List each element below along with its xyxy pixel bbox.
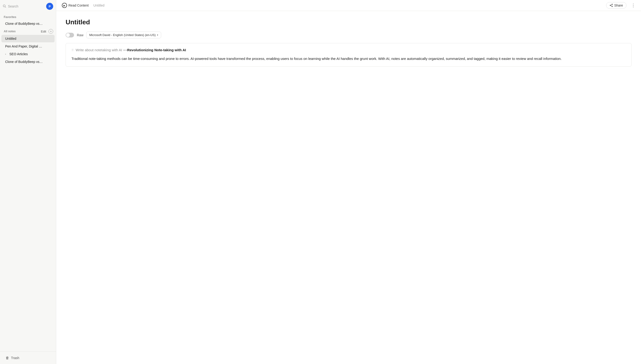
svg-line-6	[610, 6, 612, 6]
share-label: Share	[614, 4, 623, 7]
voice-selector[interactable]: Microsoft David - English (United States…	[86, 32, 161, 38]
note-title-pen-paper: Pen And Paper, Digital Note Or AI Note T…	[5, 44, 43, 48]
prompt-text: Write about notetaking with AI ++	[76, 48, 127, 52]
trash-icon: 🗑	[6, 356, 9, 360]
folder-title-seo: SEO Articles	[9, 52, 43, 56]
favorites-note-title: Clone of BuddyBeep vs. Sider.ai: A Compa…	[5, 22, 43, 26]
voice-label: Microsoft David - English (United States…	[89, 33, 156, 37]
drag-handle-icon[interactable]: ⠿	[71, 48, 74, 52]
all-notes-actions: Edit +	[40, 29, 53, 34]
more-options-button[interactable]: ⋮	[629, 2, 637, 9]
note-body[interactable]: Traditional note-taking methods can be t…	[71, 56, 626, 62]
read-content-button[interactable]: ▶ Read Content	[60, 2, 90, 9]
editor-block: ⠿ Write about notetaking with AI ++Revol…	[66, 43, 632, 67]
folder-item-seo[interactable]: › SEO Articles + ···	[2, 50, 55, 58]
sidebar-top: Search P	[0, 0, 56, 12]
add-subpage-icon[interactable]: +	[44, 36, 48, 41]
note-more-icon-2[interactable]: ···	[49, 44, 52, 48]
avatar[interactable]: P	[46, 3, 53, 10]
note-title-untitled: Untitled	[5, 37, 43, 40]
main-panel: ▶ Read Content Untitled Share ⋮ Untitled…	[56, 0, 641, 364]
add-subpage-icon-3[interactable]: +	[44, 60, 48, 64]
trash-item[interactable]: 🗑 Trash	[4, 354, 52, 361]
sidebar-footer: 🗑 Trash	[0, 351, 56, 364]
prompt-line: ⠿ Write about notetaking with AI ++Revol…	[71, 48, 626, 52]
raw-toggle[interactable]	[66, 33, 74, 38]
note-item-buddybeep-clone[interactable]: Clone of BuddyBeep vs. Sider.ai: A Compa…	[2, 58, 55, 66]
main-toolbar: ▶ Read Content Untitled Share ⋮	[56, 0, 641, 11]
read-content-label: Read Content	[68, 4, 89, 7]
folder-chevron-icon: ›	[5, 53, 8, 56]
all-notes-label: All notes	[4, 30, 16, 33]
play-icon: ▶	[62, 3, 67, 8]
raw-label: Raw	[77, 33, 83, 37]
search-bar[interactable]: Search	[3, 4, 46, 8]
note-heading: Untitled	[66, 18, 632, 26]
edit-button[interactable]: Edit	[40, 29, 47, 34]
main-content: Untitled Raw Microsoft David - English (…	[56, 11, 641, 364]
note-more-icon[interactable]: ···	[49, 22, 52, 26]
favorites-label: Favorites	[0, 14, 56, 20]
chevron-down-icon: ▾	[157, 34, 158, 36]
note-title-buddybeep-clone: Clone of BuddyBeep vs. Sider.ai: A Compa…	[5, 60, 43, 64]
search-icon	[3, 4, 6, 8]
share-button[interactable]: Share	[606, 2, 626, 9]
note-item-pen-paper[interactable]: Pen And Paper, Digital Note Or AI Note T…	[2, 42, 55, 50]
folder-more-icon[interactable]: ···	[49, 52, 52, 56]
all-notes-header: All notes Edit +	[0, 28, 56, 34]
search-text: Search	[8, 4, 18, 8]
tts-bar: Raw Microsoft David - English (United St…	[66, 32, 632, 38]
add-to-folder-icon[interactable]: +	[44, 52, 48, 56]
toolbar-note-title: Untitled	[93, 4, 603, 7]
svg-line-5	[610, 4, 612, 5]
add-note-button[interactable]: +	[49, 29, 53, 34]
add-note-icon[interactable]: +	[44, 22, 48, 26]
share-icon	[610, 4, 613, 7]
sidebar: Search P Favorites Clone of BuddyBeep vs…	[0, 0, 56, 364]
note-item-untitled[interactable]: Untitled + ···	[2, 35, 55, 42]
note-more-icon-3[interactable]: ···	[49, 60, 52, 64]
svg-point-4	[610, 5, 610, 6]
prompt-bold: Revolutionizing Note-taking with AI	[127, 48, 186, 52]
sidebar-content: Favorites Clone of BuddyBeep vs. Sider.a…	[0, 12, 56, 351]
trash-label: Trash	[11, 356, 19, 360]
note-more-icon-untitled[interactable]: ···	[49, 36, 52, 41]
favorites-note-item[interactable]: Clone of BuddyBeep vs. Sider.ai: A Compa…	[2, 20, 55, 27]
svg-line-1	[5, 6, 6, 8]
add-subpage-icon-2[interactable]: +	[44, 44, 48, 48]
